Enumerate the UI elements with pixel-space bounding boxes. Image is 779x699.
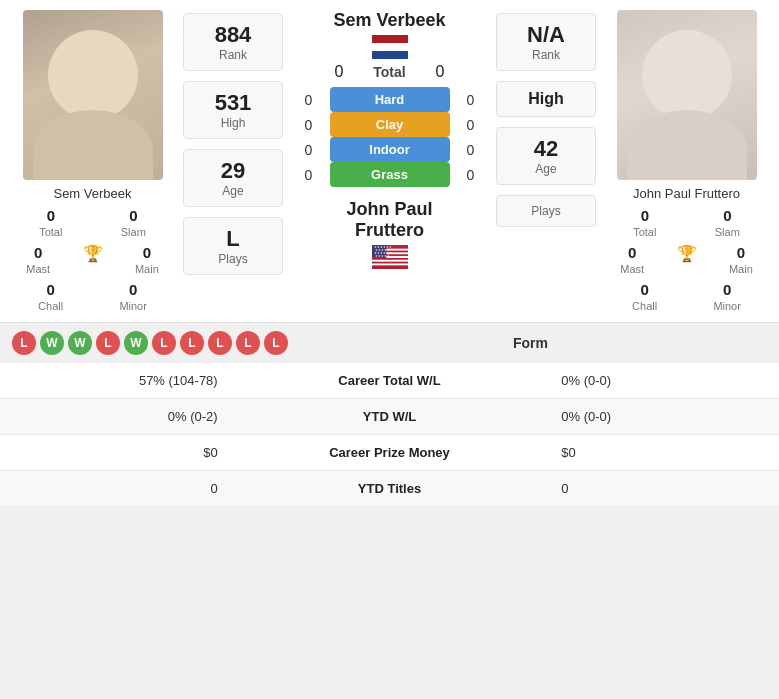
table-cell-p2: 0 (545, 471, 779, 507)
table-cell-p2: 0% (0-0) (545, 363, 779, 399)
player2-center-name-line2: Fruttero (346, 220, 432, 241)
form-label: Form (513, 335, 548, 351)
table-cell-p2: 0% (0-0) (545, 399, 779, 435)
total-row: 0 Total 0 (335, 63, 445, 81)
player2-area: John Paul Fruttero 0 Total 0 Slam 0 Mast… (604, 10, 769, 312)
table-cell-p2: $0 (545, 435, 779, 471)
player2-main-value: 0 (737, 244, 745, 261)
player1-age-value: 29 (221, 158, 245, 184)
surface-p2-score: 0 (456, 167, 486, 183)
player2-mast-col: 0 Mast (620, 244, 644, 275)
player2-rank-value: N/A (527, 22, 565, 48)
player1-stats2: 0 Mast 🏆 0 Main (10, 244, 175, 275)
player2-main-col: 0 Main (729, 244, 753, 275)
form-badges: LWWLWLLLLL (12, 331, 288, 355)
surface-p1-score: 0 (294, 167, 324, 183)
player1-slam-label: Slam (121, 226, 146, 238)
player2-trophy-icon: 🏆 (677, 244, 697, 263)
player2-stats: 0 Total 0 Slam (604, 207, 769, 238)
player1-chall-value: 0 (46, 281, 54, 298)
player2-slam-value: 0 (723, 207, 731, 224)
player1-plays-label: Plays (218, 252, 247, 266)
player2-minor-col: 0 Minor (713, 281, 741, 312)
player2-total-label: Total (633, 226, 656, 238)
player1-total-value: 0 (47, 207, 55, 224)
player2-center-name-line1: John Paul (346, 199, 432, 220)
player1-chall-col: 0 Chall (38, 281, 63, 312)
player2-rank-label: Rank (532, 48, 560, 62)
surface-p2-score: 0 (456, 117, 486, 133)
player2-rank-box: N/A Rank (496, 13, 596, 71)
surface-row-clay: 0 Clay 0 (291, 112, 488, 137)
player1-stat-boxes: 884 Rank 531 High 29 Age L Plays (183, 10, 283, 278)
player2-total-value: 0 (641, 207, 649, 224)
surface-badge-clay: Clay (330, 112, 450, 137)
player1-age-label: Age (222, 184, 243, 198)
player2-chall-col: 0 Chall (632, 281, 657, 312)
player2-age-value: 42 (534, 136, 558, 162)
player1-plays-value: L (226, 226, 239, 252)
form-badge-5: L (152, 331, 176, 355)
svg-rect-8 (372, 263, 408, 265)
player2-age-box: 42 Age (496, 127, 596, 185)
player2-high-box: High (496, 81, 596, 117)
surface-row-grass: 0 Grass 0 (291, 162, 488, 187)
table-cell-p1: $0 (0, 435, 234, 471)
player1-area: Sem Verbeek 0 Total 0 Slam 0 Mast 🏆 (10, 10, 175, 312)
table-cell-label: Career Prize Money (234, 435, 546, 471)
top-section: Sem Verbeek 0 Total 0 Slam 0 Mast 🏆 (0, 0, 779, 322)
player1-chall-label: Chall (38, 300, 63, 312)
player2-slam-col: 0 Slam (715, 207, 740, 238)
player1-minor-value: 0 (129, 281, 137, 298)
form-badge-2: W (68, 331, 92, 355)
svg-rect-0 (372, 35, 408, 43)
netherlands-flag-icon (372, 35, 408, 59)
player2-mast-value: 0 (628, 244, 636, 261)
player2-age-label: Age (535, 162, 556, 176)
table-row: 0 YTD Titles 0 (0, 471, 779, 507)
svg-text:★★★★★: ★★★★★ (374, 254, 389, 258)
player1-high-value: 531 (215, 90, 252, 116)
player1-rank-box: 884 Rank (183, 13, 283, 71)
player1-main-label: Main (135, 263, 159, 275)
form-badge-7: L (208, 331, 232, 355)
player1-mast-value: 0 (34, 244, 42, 261)
total-p1: 0 (335, 63, 344, 81)
player2-trophy-col: 🏆 (677, 244, 697, 275)
player1-mast-label: Mast (26, 263, 50, 275)
player1-slam-value: 0 (129, 207, 137, 224)
player1-minor-label: Minor (119, 300, 147, 312)
stats-table-container: 57% (104-78) Career Total W/L 0% (0-0) 0… (0, 363, 779, 507)
player1-high-label: High (221, 116, 246, 130)
form-badge-3: L (96, 331, 120, 355)
total-p2: 0 (436, 63, 445, 81)
form-badge-4: W (124, 331, 148, 355)
surface-p1-score: 0 (294, 117, 324, 133)
player1-trophy-icon: 🏆 (83, 244, 103, 263)
player2-stats2: 0 Mast 🏆 0 Main (604, 244, 769, 275)
player2-slam-label: Slam (715, 226, 740, 238)
table-row: $0 Career Prize Money $0 (0, 435, 779, 471)
surface-badge-grass: Grass (330, 162, 450, 187)
us-flag-icon: ★★★★★★ ★★★★★ ★★★★★★ ★★★★★ (372, 245, 408, 269)
player2-plays-label: Plays (531, 204, 560, 218)
table-cell-label: Career Total W/L (234, 363, 546, 399)
player1-total-col: 0 Total (39, 207, 62, 238)
table-row: 57% (104-78) Career Total W/L 0% (0-0) (0, 363, 779, 399)
form-badge-6: L (180, 331, 204, 355)
player2-plays-box: Plays (496, 195, 596, 227)
player2-minor-label: Minor (713, 300, 741, 312)
surface-p1-score: 0 (294, 142, 324, 158)
form-badge-9: L (264, 331, 288, 355)
player1-trophy-col: 🏆 (83, 244, 103, 275)
player1-main-col: 0 Main (135, 244, 159, 275)
total-label: Total (350, 64, 430, 80)
player1-photo (23, 10, 163, 180)
table-cell-label: YTD Titles (234, 471, 546, 507)
player2-photo (617, 10, 757, 180)
player1-center-name: Sem Verbeek (333, 10, 445, 31)
surface-p2-score: 0 (456, 142, 486, 158)
surfaces-area: 0 Hard 0 0 Clay 0 0 Indoor 0 0 Grass 0 (291, 87, 488, 187)
player1-plays-box: L Plays (183, 217, 283, 275)
form-section: LWWLWLLLLL Form (0, 322, 779, 363)
